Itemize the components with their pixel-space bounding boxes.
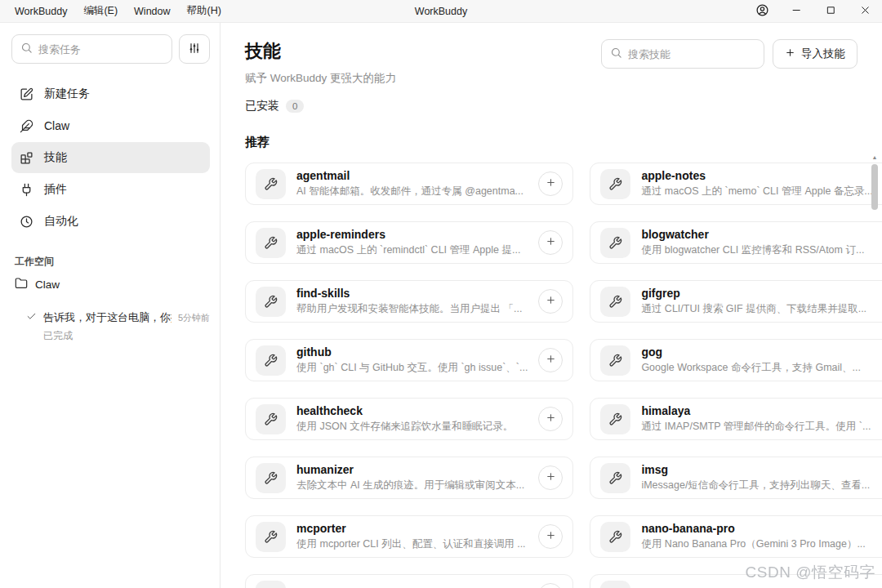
skill-card[interactable]: apple-notes 通过 macOS 上的 `memo` CLI 管理 Ap…	[590, 163, 882, 205]
add-skill-button[interactable]	[538, 230, 563, 255]
add-skill-button[interactable]	[538, 348, 563, 372]
skill-card[interactable]: himalaya 通过 IMAP/SMTP 管理邮件的命令行工具。使用 `...	[590, 398, 882, 440]
skill-card[interactable]: agentmail AI 智能体邮箱。收发邮件，通过专属 @agentma...	[245, 163, 573, 205]
skill-card[interactable]: blogwatcher 使用 blogwatcher CLI 监控博客和 RSS…	[590, 221, 882, 264]
skill-card[interactable]: obsidian	[590, 574, 882, 588]
square-pen-icon	[20, 87, 33, 101]
minimize-button[interactable]	[779, 0, 813, 23]
wrench-icon	[600, 463, 630, 493]
skill-description: 通过 macOS 上的 `remindctl` CLI 管理 Apple 提..…	[296, 243, 528, 257]
workspace-project[interactable]: Claw	[15, 277, 210, 292]
skill-name: gifgrep	[641, 287, 872, 301]
plus-icon	[546, 236, 556, 249]
add-skill-button[interactable]	[538, 583, 563, 588]
add-skill-button[interactable]	[538, 407, 563, 431]
skill-description: 使用 Nano Banana Pro（Gemini 3 Pro Image）..…	[641, 537, 872, 551]
task-item[interactable]: 告诉我，对于这台电脑，你拥有... 5分钟前 已完成	[26, 310, 210, 343]
sidebar-item-plugins[interactable]: 插件	[11, 174, 210, 205]
sidebar-item-automation[interactable]: 自动化	[11, 206, 210, 237]
skill-description: 去除文本中 AI 生成的痕迹。用于编辑或审阅文本...	[296, 479, 528, 492]
skill-name: find-skills	[296, 287, 528, 301]
window-title: WorkBuddy	[415, 6, 467, 17]
skill-card[interactable]: github 使用 `gh` CLI 与 GitHub 交互。使用 `gh is…	[245, 339, 573, 381]
sidebar-nav: 新建任务 Claw 技能 插件 自动化	[11, 78, 210, 237]
menu-bar: WorkBuddy 编辑(E) Window 帮助(H)	[0, 1, 229, 21]
account-button[interactable]	[745, 0, 779, 23]
skill-card[interactable]: healthcheck 使用 JSON 文件存储来追踪饮水量和睡眠记录。	[245, 398, 573, 440]
task-time: 5分钟前	[178, 312, 210, 324]
search-icon	[610, 47, 622, 62]
sidebar-item-claw[interactable]: Claw	[11, 110, 210, 141]
add-skill-button[interactable]	[538, 289, 563, 314]
scrollbar[interactable]: ▲	[870, 154, 880, 588]
skill-search-input[interactable]	[628, 48, 755, 60]
skills-page: 技能 赋予 WorkBuddy 更强大的能力 导入技能 已安装 0 推荐	[220, 23, 882, 588]
skill-name: apple-notes	[641, 169, 872, 183]
skill-card[interactable]: nano-pdf	[245, 574, 573, 588]
task-status: 已完成	[43, 329, 210, 343]
task-search-input[interactable]	[38, 43, 163, 56]
sidebar-item-label: Claw	[44, 119, 69, 132]
installed-section-header[interactable]: 已安装 0	[245, 99, 859, 114]
plus-icon	[546, 295, 556, 308]
skill-card[interactable]: gifgrep 通过 CLI/TUI 搜索 GIF 提供商、下载结果并提取...	[590, 280, 882, 323]
skill-name: humanizer	[296, 463, 528, 477]
blocks-icon	[20, 151, 33, 165]
clock-icon	[20, 215, 33, 229]
wrench-icon	[256, 345, 286, 376]
titlebar: WorkBuddy 编辑(E) Window 帮助(H) WorkBuddy	[0, 0, 882, 23]
scroll-up-arrow[interactable]: ▲	[872, 154, 878, 162]
menu-item[interactable]: Window	[126, 2, 178, 20]
wrench-icon	[600, 345, 630, 376]
import-skill-button[interactable]: 导入技能	[773, 39, 858, 69]
skill-description: 帮助用户发现和安装智能体技能。当用户提出 「...	[296, 302, 528, 316]
skill-card[interactable]: imsg iMessage/短信命令行工具，支持列出聊天、查看...	[590, 457, 882, 499]
wrench-icon	[600, 581, 630, 588]
skill-card[interactable]: nano-banana-pro 使用 Nano Banana Pro（Gemin…	[590, 515, 882, 558]
wrench-icon	[600, 522, 630, 552]
plus-icon	[785, 47, 795, 60]
add-skill-button[interactable]	[538, 172, 563, 196]
skill-card[interactable]: find-skills 帮助用户发现和安装智能体技能。当用户提出 「...	[245, 280, 573, 323]
plus-icon	[546, 412, 556, 425]
filter-button[interactable]	[179, 34, 210, 64]
skill-name: apple-reminders	[296, 228, 528, 242]
sidebar-item-new-task[interactable]: 新建任务	[11, 78, 210, 109]
skill-name: agentmail	[296, 169, 528, 183]
sidebar-item-label: 插件	[44, 182, 67, 197]
sidebar-item-label: 新建任务	[44, 87, 90, 101]
workspace-heading: 工作空间	[15, 255, 210, 269]
skill-description: AI 智能体邮箱。收发邮件，通过专属 @agentma...	[296, 185, 528, 198]
wrench-icon	[256, 404, 286, 434]
add-skill-button[interactable]	[538, 524, 563, 549]
wrench-icon	[256, 169, 286, 199]
maximize-button[interactable]	[813, 0, 848, 23]
menu-item[interactable]: 帮助(H)	[179, 1, 229, 21]
skill-description: Google Workspace 命令行工具，支持 Gmail、...	[641, 361, 872, 375]
skill-card[interactable]: apple-reminders 通过 macOS 上的 `remindctl` …	[245, 221, 573, 264]
plus-icon	[546, 530, 556, 543]
add-skill-button[interactable]	[538, 466, 563, 490]
recommended-heading: 推荐	[245, 135, 859, 150]
wrench-icon	[256, 463, 286, 493]
sidebar-item-skills[interactable]: 技能	[11, 142, 210, 173]
skill-description: 通过 CLI/TUI 搜索 GIF 提供商、下载结果并提取...	[641, 302, 872, 316]
wrench-icon	[256, 287, 286, 317]
skill-card[interactable]: gog Google Workspace 命令行工具，支持 Gmail、...	[590, 339, 882, 381]
skills-grid: agentmail AI 智能体邮箱。收发邮件，通过专属 @agentma...…	[245, 163, 859, 588]
close-button[interactable]	[848, 0, 882, 23]
wrench-icon	[256, 522, 286, 552]
skill-card[interactable]: humanizer 去除文本中 AI 生成的痕迹。用于编辑或审阅文本...	[245, 457, 573, 499]
installed-label: 已安装	[245, 99, 279, 114]
minimize-icon	[791, 4, 803, 20]
scrollbar-thumb[interactable]	[871, 164, 878, 210]
task-title: 告诉我，对于这台电脑，你拥有...	[43, 310, 172, 325]
installed-count-badge: 0	[286, 100, 304, 113]
menu-item[interactable]: WorkBuddy	[7, 2, 75, 20]
menu-item[interactable]: 编辑(E)	[75, 1, 126, 21]
skill-card[interactable]: mcporter 使用 mcporter CLI 列出、配置、认证和直接调用 .…	[245, 515, 573, 558]
plus-icon	[546, 471, 556, 484]
skill-name: nano-banana-pro	[641, 522, 872, 536]
workspace-project-label: Claw	[35, 278, 60, 291]
wrench-icon	[600, 404, 630, 434]
